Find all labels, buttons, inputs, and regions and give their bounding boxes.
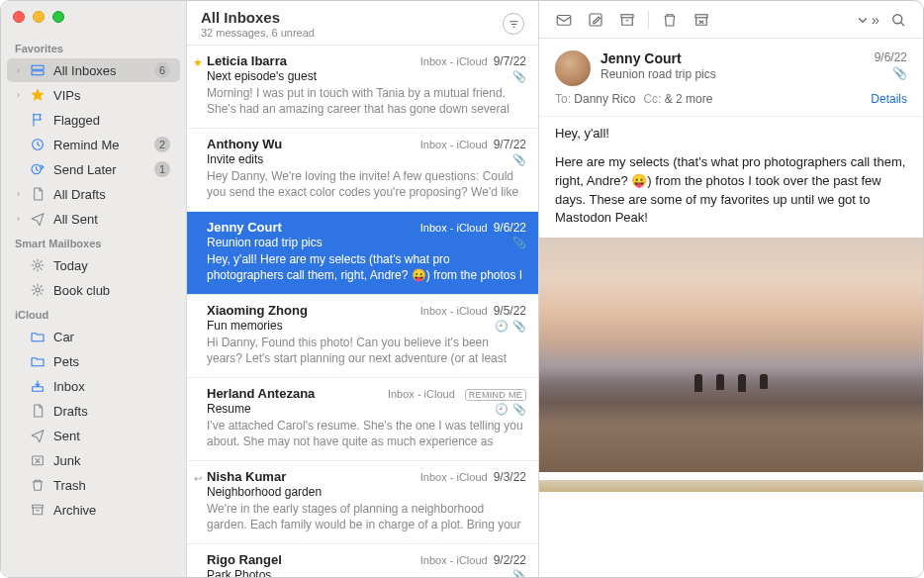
message-date: 9/7/22: [494, 138, 526, 151]
message-row[interactable]: Jenny CourtInbox - iCloud9/6/22Reunion r…: [187, 212, 538, 295]
more-button[interactable]: »: [852, 7, 881, 33]
message-date: 9/3/22: [494, 470, 526, 484]
minimize-window-button[interactable]: [33, 11, 45, 23]
svg-marker-2: [32, 89, 44, 100]
message-list: ★Leticia IbarraInbox - iCloud9/7/22Next …: [187, 46, 538, 577]
badge: 1: [154, 161, 170, 177]
message-sender: Jenny Court: [207, 220, 420, 235]
sidebar-item-label: All Drafts: [53, 187, 170, 202]
recipients-row: To: Danny Rico Cc: & 2 more Details: [555, 92, 907, 106]
mailbox-sidebar: Favorites›All Inboxes6›VIPsFlaggedRemind…: [1, 1, 187, 577]
attachment-icon: 📎: [512, 320, 526, 333]
message-indicator: [193, 224, 203, 234]
attachment-photo-2[interactable]: [539, 480, 923, 492]
message-indicator: ★: [193, 57, 203, 67]
mark-read-button[interactable]: [549, 7, 579, 33]
details-link[interactable]: Details: [871, 92, 907, 106]
message-list-pane: All Inboxes 32 messages, 6 unread ★Letic…: [187, 1, 539, 577]
svg-rect-7: [33, 387, 44, 392]
message-date: 9/7/22: [494, 54, 526, 68]
sidebar-item-label: Junk: [53, 453, 170, 468]
message-preview: Hey, y'all! Here are my selects (that's …: [207, 251, 526, 285]
sidebar-item-today[interactable]: Today: [7, 253, 180, 277]
reader-subject: Reunion road trip pics: [601, 67, 865, 81]
message-row[interactable]: Rigo RangelInbox - iCloud9/2/22Park Phot…: [187, 544, 538, 577]
cc-value: & 2 more: [665, 92, 713, 106]
sidebar-item-vips[interactable]: ›VIPs: [7, 83, 180, 107]
disclosure-icon: ›: [17, 189, 27, 199]
gear-icon: [29, 281, 46, 299]
sidebar-item-all-inboxes[interactable]: ›All Inboxes6: [7, 58, 180, 82]
reader-date: 9/6/22: [875, 50, 907, 64]
sidebar-item-junk[interactable]: Junk: [7, 448, 180, 472]
attachment-icon: 📎: [875, 66, 907, 80]
sidebar-item-send-later[interactable]: Send Later1: [7, 157, 180, 181]
compose-button[interactable]: [581, 7, 610, 33]
archive-button[interactable]: [612, 7, 642, 33]
message-indicator: [193, 307, 203, 317]
sidebar-item-label: Trash: [53, 478, 170, 493]
message-row[interactable]: ★Leticia IbarraInbox - iCloud9/7/22Next …: [187, 46, 538, 129]
message-row[interactable]: Xiaoming ZhongInbox - iCloud9/5/22Fun me…: [187, 295, 538, 378]
paperplane-icon: [29, 210, 46, 228]
message-mailbox: Inbox - iCloud: [420, 305, 488, 317]
delete-button[interactable]: [655, 7, 685, 33]
message-mailbox: Inbox - iCloud: [420, 471, 488, 483]
close-window-button[interactable]: [13, 11, 25, 23]
sidebar-item-inbox[interactable]: Inbox: [7, 374, 180, 398]
message-row[interactable]: ↩Nisha KumarInbox - iCloud9/3/22Neighbor…: [187, 461, 538, 544]
attachment-icon: 📎: [512, 153, 526, 166]
message-sender: Herland Antezana: [207, 386, 388, 401]
message-date: 9/5/22: [494, 304, 526, 318]
message-body: Hey, y'all! Here are my selects (that's …: [539, 117, 923, 238]
to-label: To:: [555, 92, 571, 106]
to-value: Danny Rico: [574, 92, 635, 106]
sidebar-item-book-club[interactable]: Book club: [7, 278, 180, 302]
message-row[interactable]: Herland AntezanaInbox - iCloudREMIND MER…: [187, 378, 538, 461]
box-x-icon: [29, 451, 46, 469]
message-mailbox: Inbox - iCloud: [420, 222, 488, 234]
badge: 2: [154, 137, 170, 152]
sidebar-item-archive[interactable]: Archive: [7, 498, 180, 522]
clock-icon: 🕘: [495, 320, 508, 333]
sidebar-item-label: Sent: [53, 429, 170, 443]
message-row[interactable]: Anthony WuInbox - iCloud9/7/22Invite edi…: [187, 129, 538, 212]
trash-icon: [29, 476, 46, 494]
sidebar-item-flagged[interactable]: Flagged: [7, 108, 180, 132]
message-subject: Neighborhood garden: [207, 485, 526, 499]
sidebar-item-label: VIPs: [53, 88, 170, 103]
sidebar-item-all-sent[interactable]: ›All Sent: [7, 207, 180, 231]
message-indicator: [193, 141, 203, 150]
sidebar-item-sent[interactable]: Sent: [7, 424, 180, 447]
message-subject: Invite edits: [207, 152, 508, 166]
sidebar-item-all-drafts[interactable]: ›All Drafts: [7, 182, 180, 206]
sidebar-item-pets[interactable]: Pets: [7, 349, 180, 373]
sidebar-item-car[interactable]: Car: [7, 325, 180, 348]
sidebar-item-trash[interactable]: Trash: [7, 473, 180, 497]
message-subject: Reunion road trip pics: [207, 236, 508, 249]
message-sender: Leticia Ibarra: [207, 53, 420, 68]
sidebar-item-label: Today: [53, 258, 170, 273]
attachment-photo-1[interactable]: [539, 238, 923, 472]
sidebar-item-label: Car: [53, 330, 170, 344]
filter-button[interactable]: [503, 13, 524, 35]
sidebar-item-remind-me[interactable]: Remind Me2: [7, 133, 180, 156]
sidebar-item-drafts[interactable]: Drafts: [7, 399, 180, 423]
attachment-icon: 📎: [512, 237, 526, 249]
reading-pane: » Jenny Court Reunion road trip pics 9/6…: [539, 1, 923, 577]
zoom-window-button[interactable]: [52, 11, 64, 23]
search-button[interactable]: [883, 7, 913, 33]
junk-button[interactable]: [687, 7, 716, 33]
message-subject: Park Photos: [207, 568, 508, 577]
doc-icon: [29, 185, 46, 203]
remind-me-badge: REMIND ME: [465, 389, 526, 401]
message-mailbox: Inbox - iCloud: [420, 139, 488, 150]
svg-point-6: [36, 288, 40, 292]
message-sender: Nisha Kumar: [207, 469, 420, 484]
disclosure-icon: ›: [17, 65, 27, 75]
message-date: 9/6/22: [494, 221, 526, 235]
body-paragraph: Here are my selects (that's what pro pho…: [555, 153, 907, 228]
inboxes-icon: [29, 61, 46, 79]
sidebar-item-label: All Inboxes: [53, 63, 154, 78]
window-controls: [13, 11, 64, 23]
